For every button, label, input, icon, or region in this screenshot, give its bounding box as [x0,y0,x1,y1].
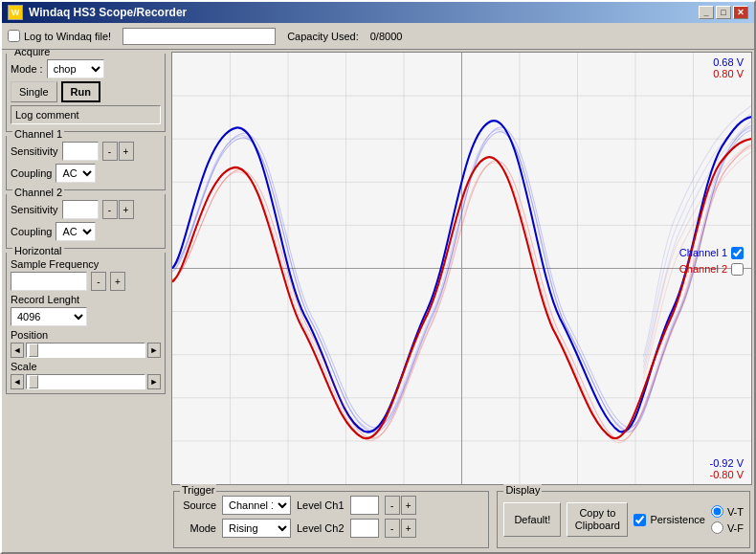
voltage-labels-bottom: -0.92 V -0.80 V [710,457,744,480]
ch2-sensitivity-plusminus: - + [102,200,134,219]
log-checkbox-row: Log to Windaq file! [8,30,111,42]
sample-freq-minus[interactable]: - [91,272,106,291]
log-comment-row: Log comment [11,105,161,124]
horizontal-group: Horizontal Sample Frequency 12500000 - +… [6,253,166,394]
vt-vf-group: V-T V-F [711,505,744,534]
level-ch2-plus[interactable]: + [401,519,416,538]
position-right-arrow[interactable]: ► [147,343,161,358]
maximize-button[interactable]: □ [716,6,731,19]
position-track[interactable] [26,343,145,358]
title-bar: W Windaq HS3 Scope/Recorder _ □ ✕ [2,2,754,23]
channel1-group: Channel 1 Sensitivity 0.8 - + Coupling A… [6,136,166,190]
ch1-legend-label: Channel 1 [679,247,727,258]
scope-canvas [172,53,751,484]
ch2-coupling-select[interactable]: AC DC [56,222,96,241]
vt-radio[interactable] [711,505,723,518]
close-button[interactable]: ✕ [733,6,748,19]
ch1-top-voltage: 0.68 V [713,56,744,68]
scale-track[interactable] [26,374,145,389]
channel2-group-label: Channel 2 [12,187,64,198]
position-slider: ◄ ► [11,343,161,358]
ch1-sensitivity-minus[interactable]: - [102,142,118,161]
display-left-options: Persistence [634,514,704,526]
persistence-label: Persistence [650,514,704,525]
level-ch1-input[interactable]: 0 [350,496,379,515]
trigger-mode-label: Mode [180,522,216,534]
vt-row: V-T [711,505,744,518]
run-buttons-row: Single Run [11,81,161,102]
position-label: Position [11,329,48,341]
trigger-group-label: Trigger [180,484,216,496]
channel1-group-label: Channel 1 [12,128,64,140]
ch2-coupling-label: Coupling [11,226,52,237]
window-controls: _ □ ✕ [699,6,748,19]
clipboard-button[interactable]: Copy toClipboard [567,502,628,537]
persistence-row: Persistence [634,514,704,526]
minimize-button[interactable]: _ [699,6,714,19]
ch2-sensitivity-input[interactable]: 0.8 [62,200,99,219]
channel2-group: Channel 2 Sensitivity 0.8 - + Coupling A… [6,194,166,249]
scope-area: 0.68 V 0.80 V -0.92 V -0.80 V Channel 1 … [171,52,752,485]
channel-legend: Channel 1 Channel 2 [679,247,744,276]
ch2-top-voltage: 0.80 V [713,68,744,79]
file-path-input[interactable]: c:\Hs3Capture.wdq [122,28,276,45]
mode-select[interactable]: chop normal [47,59,104,78]
display-group: Display Default! Copy toClipboard Persis… [497,491,750,548]
scale-label: Scale [11,361,37,372]
window-title: Windaq HS3 Scope/Recorder [29,6,187,19]
record-length-label: Record Lenght [11,294,79,305]
main-area: 0.68 V 0.80 V -0.92 V -0.80 V Channel 1 … [169,50,754,552]
scale-slider: ◄ ► [11,374,161,389]
horizontal-group-label: Horizontal [12,245,64,256]
single-button[interactable]: Single [11,81,57,102]
scale-thumb[interactable] [29,375,38,388]
persistence-checkbox[interactable] [634,514,646,526]
scale-right-arrow[interactable]: ► [147,374,161,389]
ch2-legend-checkbox[interactable] [731,263,744,276]
position-left-arrow[interactable]: ◄ [11,343,24,358]
acquire-group: Acquire Mode : chop normal Single Run Lo… [6,54,166,132]
ch2-sensitivity-minus[interactable]: - [102,200,118,219]
app-icon: W [8,5,23,20]
scale-left-arrow[interactable]: ◄ [11,374,24,389]
bottom-panel: Trigger Source Channel 1 Channel 2 Level… [169,487,754,552]
left-panel: Acquire Mode : chop normal Single Run Lo… [2,50,169,552]
level-ch1-label: Level Ch1 [297,499,345,511]
title-bar-left: W Windaq HS3 Scope/Recorder [8,5,187,20]
vf-label: V-F [727,522,744,534]
ch1-bottom-voltage: -0.92 V [710,457,744,469]
ch2-legend-item: Channel 2 [679,263,744,276]
level-ch1-plus[interactable]: + [401,496,416,515]
capacity-label: Capacity Used: [287,31,359,42]
vf-radio[interactable] [711,521,723,534]
log-label: Log to Windaq file! [24,31,111,42]
log-comment-button[interactable]: Log comment [11,105,161,124]
sample-freq-plus[interactable]: + [110,272,125,291]
ch1-sensitivity-input[interactable]: 0.8 [62,142,99,161]
top-bar: Log to Windaq file! c:\Hs3Capture.wdq Ca… [2,23,754,50]
sample-freq-row: 12500000 - + [11,272,161,291]
level-ch1-plusminus: - + [385,496,416,515]
ch2-sensitivity-plus[interactable]: + [119,200,134,219]
ch1-coupling-select[interactable]: AC DC [56,164,96,183]
trigger-source-row: Source Channel 1 Channel 2 Level Ch1 0 -… [180,496,482,515]
level-ch2-input[interactable]: 0 [350,519,379,538]
default-button[interactable]: Default! [503,502,561,537]
level-ch2-plusminus: - + [385,519,416,538]
sample-freq-input[interactable]: 12500000 [11,272,87,291]
level-ch2-minus[interactable]: - [385,519,400,538]
log-checkbox[interactable] [8,30,20,42]
ch1-legend-checkbox[interactable] [731,247,744,259]
ch1-sensitivity-plus[interactable]: + [119,142,134,161]
trigger-source-label: Source [180,499,216,511]
ch2-sensitivity-row: Sensitivity 0.8 - + [11,200,161,219]
level-ch2-label: Level Ch2 [297,522,345,534]
run-button[interactable]: Run [61,81,100,102]
capacity-value: 0/8000 [370,31,403,42]
trigger-mode-select[interactable]: Rising Falling [222,519,291,538]
position-thumb[interactable] [29,343,38,357]
record-length-row: 4096 8192 16384 [11,307,161,326]
record-length-select[interactable]: 4096 8192 16384 [11,307,87,326]
level-ch1-minus[interactable]: - [385,496,400,515]
trigger-source-select[interactable]: Channel 1 Channel 2 [222,496,291,515]
